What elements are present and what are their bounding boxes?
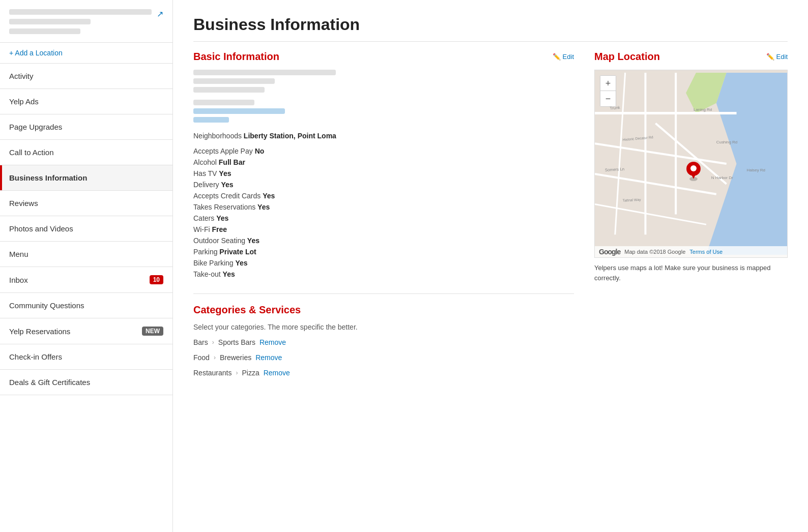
attribute-row: Take-out Yes xyxy=(193,270,574,278)
phone-link1 xyxy=(193,108,285,114)
phone-link2 xyxy=(193,117,229,123)
sidebar-item-reviews[interactable]: Reviews xyxy=(0,191,172,216)
zoom-in-button[interactable]: + xyxy=(600,76,616,91)
map-container: Trunk Historic Decatur Rd Somers Ln Tatt… xyxy=(594,70,788,258)
map-pencil-icon: ✏️ xyxy=(766,53,774,61)
remove-category-link[interactable]: Remove xyxy=(259,338,286,346)
nav-badge: NEW xyxy=(142,327,163,336)
attr-value: Full Bar xyxy=(219,158,245,166)
addr-line2 xyxy=(193,78,275,84)
basic-info-edit-label: Edit xyxy=(563,53,574,61)
addr-line1 xyxy=(193,70,336,75)
attr-label: Caters xyxy=(193,214,216,222)
sidebar-item-label: Deals & Gift Certificates xyxy=(9,378,90,387)
svg-text:N Harbor Dr: N Harbor Dr xyxy=(711,175,733,180)
basic-info-title: Basic Information xyxy=(193,51,279,63)
attribute-row: Delivery Yes xyxy=(193,181,574,189)
sidebar-item-activity[interactable]: Activity xyxy=(0,64,172,89)
right-column: Map Location ✏️ Edit xyxy=(594,51,788,384)
google-logo: Google xyxy=(599,248,620,256)
attribute-row: Accepts Apple Pay No xyxy=(193,147,574,155)
sidebar: ↗ + Add a Location ActivityYelp AdsPage … xyxy=(0,0,173,532)
categories-header: Categories & Services xyxy=(193,304,574,316)
neighborhood-value: Liberty Station, Point Loma xyxy=(244,132,336,140)
sidebar-item-deals-&-gift-certificates[interactable]: Deals & Gift Certificates xyxy=(0,370,172,395)
map-attribution: Google Map data ©2018 Google Terms of Us… xyxy=(595,246,787,257)
page-title: Business Information xyxy=(193,15,788,42)
attr-value: Yes xyxy=(247,237,259,245)
categories-list: Bars › Sports Bars Remove Food › Breweri… xyxy=(193,338,574,377)
map-hint: Yelpers use maps a lot! Make sure your b… xyxy=(594,263,788,283)
attr-label: Takes Reservations xyxy=(193,203,257,211)
attribute-row: Parking Private Lot xyxy=(193,248,574,256)
map-edit-link[interactable]: ✏️ Edit xyxy=(766,53,788,61)
cat-sub: Sports Bars xyxy=(218,338,255,346)
sidebar-item-community-questions[interactable]: Community Questions xyxy=(0,293,172,318)
cat-sub: Pizza xyxy=(242,369,259,377)
chevron-right-icon: › xyxy=(214,354,216,361)
sidebar-item-yelp-ads[interactable]: Yelp Ads xyxy=(0,89,172,114)
nav-badge: 10 xyxy=(150,275,163,284)
sidebar-item-business-information[interactable]: Business Information xyxy=(0,165,172,191)
attr-label: Take-out xyxy=(193,270,223,278)
add-location-link[interactable]: + Add a Location xyxy=(0,43,172,64)
pencil-icon: ✏️ xyxy=(553,53,561,61)
attr-value: Yes xyxy=(263,192,275,200)
remove-category-link[interactable]: Remove xyxy=(255,353,282,362)
external-link-icon[interactable]: ↗ xyxy=(157,9,163,19)
attribute-row: Outdoor Seating Yes xyxy=(193,237,574,245)
sidebar-item-label: Activity xyxy=(9,72,34,80)
chevron-right-icon: › xyxy=(236,369,238,376)
sidebar-item-yelp-reservations[interactable]: Yelp ReservationsNEW xyxy=(0,318,172,344)
attr-value: Yes xyxy=(216,214,228,222)
business-city-blurred xyxy=(9,28,80,34)
attr-label: Alcohol xyxy=(193,158,219,166)
sidebar-item-label: Call to Action xyxy=(9,148,54,157)
map-header: Map Location ✏️ Edit xyxy=(594,51,788,63)
attribute-row: Has TV Yes xyxy=(193,169,574,178)
cat-main: Restaurants xyxy=(193,369,232,377)
svg-point-22 xyxy=(690,165,697,171)
attr-value: Free xyxy=(212,225,227,233)
attr-value: Yes xyxy=(221,181,233,189)
attribute-row: Bike Parking Yes xyxy=(193,259,574,267)
sidebar-item-call-to-action[interactable]: Call to Action xyxy=(0,140,172,165)
sidebar-item-label: Photos and Videos xyxy=(9,224,73,233)
sidebar-item-label: Yelp Reservations xyxy=(9,327,70,336)
sidebar-item-check-in-offers[interactable]: Check-in Offers xyxy=(0,344,172,370)
attribute-row: Alcohol Full Bar xyxy=(193,158,574,166)
map-edit-label: Edit xyxy=(776,53,788,61)
content-grid: Basic Information ✏️ Edit Neighborhoods … xyxy=(193,51,788,384)
neighborhood-row: Neighborhoods Liberty Station, Point Lom… xyxy=(193,132,574,140)
sidebar-item-inbox[interactable]: Inbox10 xyxy=(0,267,172,293)
svg-text:Cushing Rd: Cushing Rd xyxy=(716,140,737,144)
sidebar-item-label: Menu xyxy=(9,250,28,258)
category-row: Food › Breweries Remove xyxy=(193,353,574,362)
sidebar-item-label: Business Information xyxy=(9,173,87,182)
attr-label: Accepts Credit Cards xyxy=(193,192,263,200)
attr-label: Has TV xyxy=(193,169,219,178)
map-title: Map Location xyxy=(594,51,660,63)
terms-of-use-link[interactable]: Terms of Use xyxy=(689,249,723,255)
attribute-row: Accepts Credit Cards Yes xyxy=(193,192,574,200)
sidebar-item-menu[interactable]: Menu xyxy=(0,242,172,267)
business-name-blurred xyxy=(9,9,152,15)
attr-label: Wi-Fi xyxy=(193,225,212,233)
basic-info-header: Basic Information ✏️ Edit xyxy=(193,51,574,63)
attr-label: Outdoor Seating xyxy=(193,237,247,245)
attr-label: Bike Parking xyxy=(193,259,235,267)
zoom-out-button[interactable]: − xyxy=(600,91,616,106)
main-content: Business Information Basic Information ✏… xyxy=(173,0,808,532)
cat-main: Bars xyxy=(193,338,208,346)
attr-value: Yes xyxy=(223,270,235,278)
svg-text:Laning Rd: Laning Rd xyxy=(694,107,712,112)
basic-info-edit-link[interactable]: ✏️ Edit xyxy=(553,53,574,61)
attr-value: Yes xyxy=(219,169,231,178)
sidebar-item-photos-and-videos[interactable]: Photos and Videos xyxy=(0,216,172,242)
sidebar-item-page-upgrades[interactable]: Page Upgrades xyxy=(0,114,172,140)
business-address-blurred xyxy=(9,19,91,24)
sidebar-item-label: Check-in Offers xyxy=(9,352,62,361)
cat-main: Food xyxy=(193,353,210,362)
remove-category-link[interactable]: Remove xyxy=(264,369,290,377)
categories-title: Categories & Services xyxy=(193,304,301,316)
